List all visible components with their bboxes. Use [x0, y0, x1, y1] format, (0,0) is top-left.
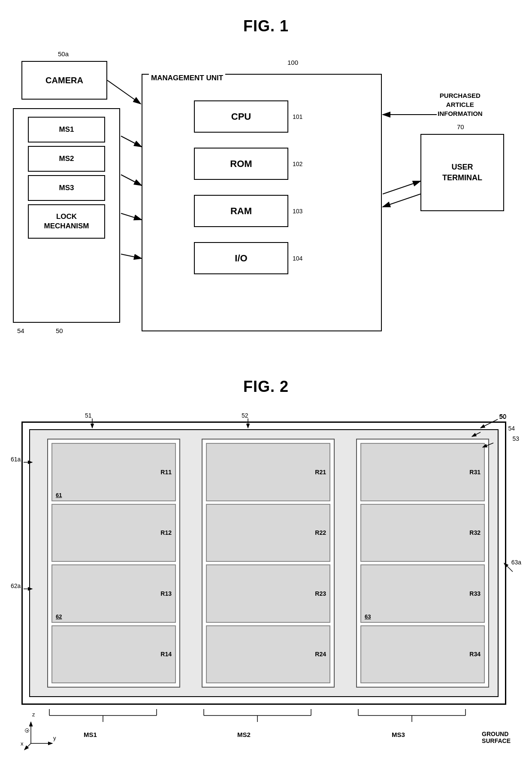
fig1-section: FIG. 1 50a CAMERA MS1 MS2 MS3 LOCKMECHAN… [9, 9, 523, 361]
fig2-title: FIG. 2 [9, 373, 523, 404]
fig2-label-51: 51 [85, 412, 92, 419]
svg-line-6 [121, 254, 142, 258]
svg-line-3 [121, 136, 142, 147]
fig2-label-61a: 61a [11, 456, 21, 463]
shelf-r24: R24 [206, 625, 330, 684]
ram-ref: 103 [293, 208, 302, 215]
shelf-code-r23: R23 [315, 590, 326, 597]
rom-ref: 102 [293, 161, 302, 167]
fig2-ms2-label: MS2 [237, 731, 251, 738]
rom-row: ROM 102 [142, 148, 381, 180]
column-ms1: 61 R11 R12 62 R13 [47, 439, 180, 688]
fig2-label-54: 54 [508, 425, 515, 432]
column-ms2: R21 R22 R23 R24 [202, 439, 335, 688]
ms2-box: MS2 [28, 146, 105, 172]
shelf-r22: R22 [206, 504, 330, 562]
fig1-title: FIG. 1 [9, 9, 523, 48]
fig2-ms3-label: MS3 [392, 731, 405, 738]
shelf-r23: R23 [206, 564, 330, 623]
fig2-axis-x: x [21, 740, 24, 747]
svg-line-9 [383, 194, 420, 207]
label-70: 70 [457, 123, 464, 130]
io-box: I/O [194, 242, 288, 274]
purchased-info: PURCHASEDARTICLEINFORMATION [438, 91, 483, 118]
cpu-box: CPU [194, 100, 288, 133]
management-unit-box: MANAGEMENT UNIT CPU 101 ROM 102 [142, 74, 382, 331]
shelf-code-r12: R12 [160, 529, 172, 536]
fig2-label-63a: 63a [511, 559, 521, 566]
fig2-ground-surface: GROUNDSURFACE [482, 731, 511, 744]
shelf-r13: 62 R13 [51, 564, 176, 623]
fig2-axis-origin [25, 728, 29, 733]
cabinet-outer: 61 R11 R12 62 R13 [21, 421, 506, 705]
ram-box: RAM [194, 195, 288, 227]
fig2-diagram: 50 61 R11 R12 [9, 404, 523, 756]
shelf-code-r33: R33 [469, 590, 481, 597]
io-row: I/O 104 [142, 242, 381, 274]
shelf-code-r22: R22 [315, 529, 326, 536]
cpu-row: CPU 101 [142, 100, 381, 133]
ms3-box: MS3 [28, 175, 105, 201]
ms1-box: MS1 [28, 117, 105, 142]
fig2-label-52: 52 [242, 412, 248, 419]
fig1-diagram: 50a CAMERA MS1 MS2 MS3 LOCKMECHANISM 50 [9, 48, 523, 366]
fig2-ms1-label: MS1 [84, 731, 97, 738]
fig2-label-53: 53 [512, 435, 519, 442]
camera-box: CAMERA [21, 61, 107, 100]
management-unit-title: MANAGEMENT UNIT [149, 74, 225, 82]
svg-line-4 [121, 175, 142, 185]
label-50a: 50a [58, 50, 69, 58]
shelf-r31: R31 [360, 443, 485, 501]
column-ms3: R31 R32 63 R33 R34 [356, 439, 489, 688]
shelf-code-r21: R21 [315, 469, 326, 476]
fig2-axis-z: z [32, 711, 35, 718]
shelf-r12: R12 [51, 504, 176, 562]
shelf-group-62: 62 [56, 613, 62, 620]
shelf-r34: R34 [360, 625, 485, 684]
label-54: 54 [17, 327, 24, 334]
svg-line-34 [24, 743, 31, 750]
svg-line-8 [383, 181, 420, 194]
fig2-section: FIG. 2 50 61 R11 [9, 373, 523, 760]
label-100: 100 [287, 59, 298, 66]
user-terminal-box: USERTERMINAL [420, 134, 504, 211]
shelf-r14: R14 [51, 625, 176, 684]
rom-box: ROM [194, 148, 288, 180]
shelf-code-r11: R11 [160, 469, 172, 476]
shelf-code-r24: R24 [315, 651, 326, 658]
fig2-label-50-ref: 50 [499, 413, 506, 420]
shelf-group-63: 63 [365, 613, 371, 620]
svg-line-5 [121, 213, 142, 220]
shelf-r21: R21 [206, 443, 330, 501]
ram-row: RAM 103 [142, 195, 381, 227]
shelf-code-r34: R34 [469, 651, 481, 658]
shelf-code-r14: R14 [160, 651, 172, 658]
cpu-ref: 101 [293, 113, 302, 120]
shelf-code-r31: R31 [469, 469, 481, 476]
shelf-group-61: 61 [56, 492, 62, 498]
io-ref: 104 [293, 255, 302, 262]
lock-mechanism-box: LOCKMECHANISM [28, 204, 105, 239]
shelf-r11: 61 R11 [51, 443, 176, 501]
shelf-r32: R32 [360, 504, 485, 562]
page-container: FIG. 1 50a CAMERA MS1 MS2 MS3 LOCKMECHAN… [0, 0, 532, 767]
fig2-label-62a: 62a [11, 582, 21, 589]
sensor-group: MS1 MS2 MS3 LOCKMECHANISM [13, 108, 120, 323]
camera-label: CAMERA [45, 76, 83, 85]
shelf-code-r32: R32 [469, 529, 481, 536]
svg-line-2 [107, 80, 141, 104]
fig2-axis-y: y [53, 735, 56, 741]
label-50: 50 [56, 327, 63, 334]
shelf-r33: 63 R33 [360, 564, 485, 623]
cabinet-inner: 61 R11 R12 62 R13 [29, 429, 499, 697]
shelf-code-r13: R13 [160, 590, 172, 597]
